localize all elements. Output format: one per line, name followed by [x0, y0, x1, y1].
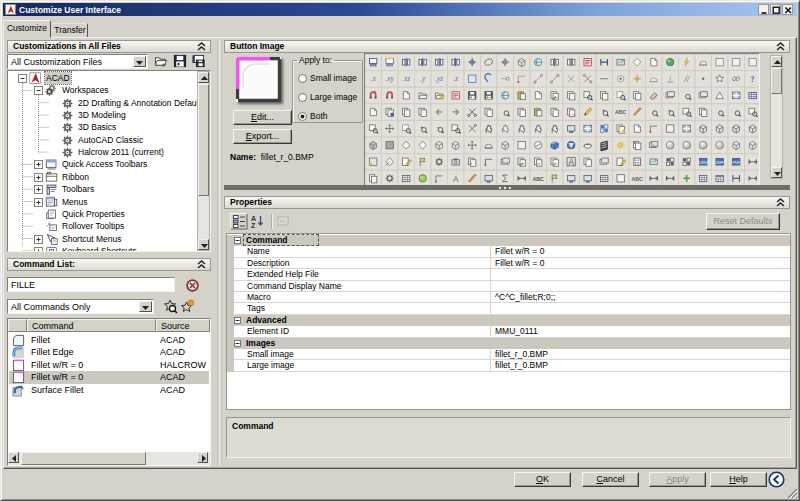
svg-text:DWG: DWG: [699, 161, 708, 165]
svg-text:ABC: ABC: [631, 176, 643, 182]
svg-text:ABC: ABC: [615, 109, 627, 115]
svg-text:PDF: PDF: [732, 161, 740, 165]
svg-text:.y: .y: [420, 74, 426, 83]
svg-text:DWF: DWF: [715, 161, 724, 165]
svg-text:.x: .x: [371, 74, 377, 83]
svg-text:.z: .z: [453, 74, 458, 83]
svg-text:.xy: .xy: [385, 74, 394, 83]
svg-text:A: A: [251, 215, 256, 222]
svg-text:ABC: ABC: [532, 176, 544, 182]
svg-text:.yz: .yz: [435, 74, 443, 83]
svg-text:?: ?: [751, 75, 755, 84]
svg-text:Z: Z: [251, 222, 256, 229]
svg-text:A: A: [453, 175, 459, 184]
svg-text:.xz: .xz: [402, 74, 410, 83]
